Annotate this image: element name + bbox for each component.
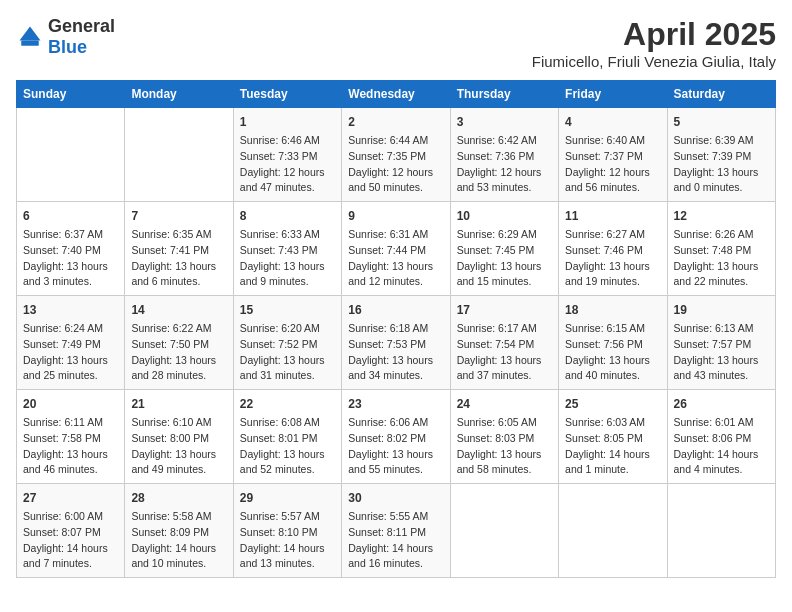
calendar-cell: 16Sunrise: 6:18 AMSunset: 7:53 PMDayligh… <box>342 296 450 390</box>
day-info: Sunrise: 6:20 AMSunset: 7:52 PMDaylight:… <box>240 321 335 384</box>
day-number: 3 <box>457 113 552 131</box>
title-block: April 2025 Fiumicello, Friuli Venezia Gi… <box>532 16 776 70</box>
calendar-cell: 15Sunrise: 6:20 AMSunset: 7:52 PMDayligh… <box>233 296 341 390</box>
day-number: 14 <box>131 301 226 319</box>
day-number: 16 <box>348 301 443 319</box>
calendar-cell: 12Sunrise: 6:26 AMSunset: 7:48 PMDayligh… <box>667 202 775 296</box>
calendar-cell: 21Sunrise: 6:10 AMSunset: 8:00 PMDayligh… <box>125 390 233 484</box>
day-number: 11 <box>565 207 660 225</box>
day-info: Sunrise: 6:17 AMSunset: 7:54 PMDaylight:… <box>457 321 552 384</box>
calendar-cell: 18Sunrise: 6:15 AMSunset: 7:56 PMDayligh… <box>559 296 667 390</box>
day-number: 6 <box>23 207 118 225</box>
day-info: Sunrise: 6:05 AMSunset: 8:03 PMDaylight:… <box>457 415 552 478</box>
calendar-cell <box>559 484 667 578</box>
day-number: 12 <box>674 207 769 225</box>
day-info: Sunrise: 6:31 AMSunset: 7:44 PMDaylight:… <box>348 227 443 290</box>
calendar-cell <box>125 108 233 202</box>
header-thursday: Thursday <box>450 81 558 108</box>
header-tuesday: Tuesday <box>233 81 341 108</box>
calendar-week-4: 20Sunrise: 6:11 AMSunset: 7:58 PMDayligh… <box>17 390 776 484</box>
day-info: Sunrise: 5:58 AMSunset: 8:09 PMDaylight:… <box>131 509 226 572</box>
calendar-cell: 25Sunrise: 6:03 AMSunset: 8:05 PMDayligh… <box>559 390 667 484</box>
calendar-cell: 6Sunrise: 6:37 AMSunset: 7:40 PMDaylight… <box>17 202 125 296</box>
day-info: Sunrise: 6:08 AMSunset: 8:01 PMDaylight:… <box>240 415 335 478</box>
calendar-cell: 7Sunrise: 6:35 AMSunset: 7:41 PMDaylight… <box>125 202 233 296</box>
day-info: Sunrise: 6:40 AMSunset: 7:37 PMDaylight:… <box>565 133 660 196</box>
header-wednesday: Wednesday <box>342 81 450 108</box>
day-number: 18 <box>565 301 660 319</box>
calendar-cell: 30Sunrise: 5:55 AMSunset: 8:11 PMDayligh… <box>342 484 450 578</box>
calendar-cell: 23Sunrise: 6:06 AMSunset: 8:02 PMDayligh… <box>342 390 450 484</box>
day-info: Sunrise: 6:37 AMSunset: 7:40 PMDaylight:… <box>23 227 118 290</box>
day-info: Sunrise: 6:00 AMSunset: 8:07 PMDaylight:… <box>23 509 118 572</box>
calendar-cell: 14Sunrise: 6:22 AMSunset: 7:50 PMDayligh… <box>125 296 233 390</box>
day-number: 2 <box>348 113 443 131</box>
day-number: 8 <box>240 207 335 225</box>
day-info: Sunrise: 6:11 AMSunset: 7:58 PMDaylight:… <box>23 415 118 478</box>
calendar-cell: 9Sunrise: 6:31 AMSunset: 7:44 PMDaylight… <box>342 202 450 296</box>
day-number: 22 <box>240 395 335 413</box>
day-number: 1 <box>240 113 335 131</box>
day-info: Sunrise: 6:44 AMSunset: 7:35 PMDaylight:… <box>348 133 443 196</box>
day-info: Sunrise: 6:01 AMSunset: 8:06 PMDaylight:… <box>674 415 769 478</box>
calendar-cell: 26Sunrise: 6:01 AMSunset: 8:06 PMDayligh… <box>667 390 775 484</box>
svg-marker-0 <box>20 27 41 41</box>
day-info: Sunrise: 6:39 AMSunset: 7:39 PMDaylight:… <box>674 133 769 196</box>
day-info: Sunrise: 5:57 AMSunset: 8:10 PMDaylight:… <box>240 509 335 572</box>
calendar-cell: 3Sunrise: 6:42 AMSunset: 7:36 PMDaylight… <box>450 108 558 202</box>
header-saturday: Saturday <box>667 81 775 108</box>
day-info: Sunrise: 6:29 AMSunset: 7:45 PMDaylight:… <box>457 227 552 290</box>
day-info: Sunrise: 6:18 AMSunset: 7:53 PMDaylight:… <box>348 321 443 384</box>
calendar-cell: 20Sunrise: 6:11 AMSunset: 7:58 PMDayligh… <box>17 390 125 484</box>
day-info: Sunrise: 6:27 AMSunset: 7:46 PMDaylight:… <box>565 227 660 290</box>
day-info: Sunrise: 5:55 AMSunset: 8:11 PMDaylight:… <box>348 509 443 572</box>
logo: General Blue <box>16 16 115 58</box>
day-info: Sunrise: 6:26 AMSunset: 7:48 PMDaylight:… <box>674 227 769 290</box>
day-info: Sunrise: 6:03 AMSunset: 8:05 PMDaylight:… <box>565 415 660 478</box>
calendar-cell: 24Sunrise: 6:05 AMSunset: 8:03 PMDayligh… <box>450 390 558 484</box>
calendar-week-2: 6Sunrise: 6:37 AMSunset: 7:40 PMDaylight… <box>17 202 776 296</box>
header-sunday: Sunday <box>17 81 125 108</box>
day-info: Sunrise: 6:35 AMSunset: 7:41 PMDaylight:… <box>131 227 226 290</box>
day-number: 15 <box>240 301 335 319</box>
calendar-cell: 4Sunrise: 6:40 AMSunset: 7:37 PMDaylight… <box>559 108 667 202</box>
day-number: 29 <box>240 489 335 507</box>
calendar-cell: 2Sunrise: 6:44 AMSunset: 7:35 PMDaylight… <box>342 108 450 202</box>
header-friday: Friday <box>559 81 667 108</box>
svg-rect-1 <box>21 41 39 46</box>
calendar-week-3: 13Sunrise: 6:24 AMSunset: 7:49 PMDayligh… <box>17 296 776 390</box>
day-number: 24 <box>457 395 552 413</box>
day-number: 17 <box>457 301 552 319</box>
logo-icon <box>16 23 44 51</box>
day-number: 27 <box>23 489 118 507</box>
day-number: 26 <box>674 395 769 413</box>
day-number: 9 <box>348 207 443 225</box>
day-number: 7 <box>131 207 226 225</box>
day-info: Sunrise: 6:42 AMSunset: 7:36 PMDaylight:… <box>457 133 552 196</box>
page-header: General Blue April 2025 Fiumicello, Friu… <box>16 16 776 70</box>
day-info: Sunrise: 6:33 AMSunset: 7:43 PMDaylight:… <box>240 227 335 290</box>
day-number: 4 <box>565 113 660 131</box>
day-number: 23 <box>348 395 443 413</box>
day-number: 25 <box>565 395 660 413</box>
day-info: Sunrise: 6:15 AMSunset: 7:56 PMDaylight:… <box>565 321 660 384</box>
day-number: 30 <box>348 489 443 507</box>
page-title: April 2025 <box>532 16 776 53</box>
calendar-cell: 29Sunrise: 5:57 AMSunset: 8:10 PMDayligh… <box>233 484 341 578</box>
day-number: 19 <box>674 301 769 319</box>
calendar-cell <box>17 108 125 202</box>
calendar-cell: 27Sunrise: 6:00 AMSunset: 8:07 PMDayligh… <box>17 484 125 578</box>
logo-text-general: General <box>48 16 115 36</box>
calendar-cell: 13Sunrise: 6:24 AMSunset: 7:49 PMDayligh… <box>17 296 125 390</box>
day-number: 21 <box>131 395 226 413</box>
calendar-header-row: SundayMondayTuesdayWednesdayThursdayFrid… <box>17 81 776 108</box>
header-monday: Monday <box>125 81 233 108</box>
calendar-cell: 5Sunrise: 6:39 AMSunset: 7:39 PMDaylight… <box>667 108 775 202</box>
calendar-cell: 19Sunrise: 6:13 AMSunset: 7:57 PMDayligh… <box>667 296 775 390</box>
day-number: 28 <box>131 489 226 507</box>
calendar-cell: 8Sunrise: 6:33 AMSunset: 7:43 PMDaylight… <box>233 202 341 296</box>
day-info: Sunrise: 6:13 AMSunset: 7:57 PMDaylight:… <box>674 321 769 384</box>
calendar-table: SundayMondayTuesdayWednesdayThursdayFrid… <box>16 80 776 578</box>
day-info: Sunrise: 6:24 AMSunset: 7:49 PMDaylight:… <box>23 321 118 384</box>
calendar-cell <box>450 484 558 578</box>
